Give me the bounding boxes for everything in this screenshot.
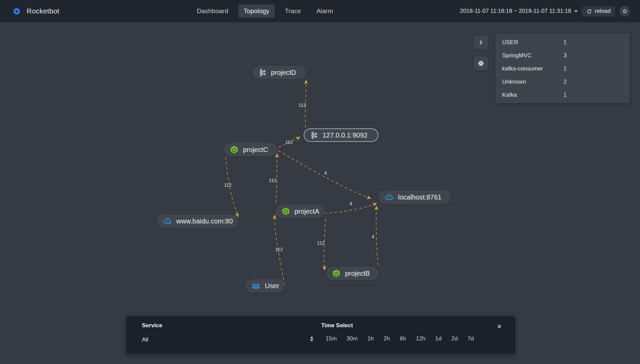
node-label: www.baidu.com:80 [176, 217, 233, 225]
settings-button[interactable] [474, 56, 488, 70]
legend-row-kafka: Kafka1 [495, 88, 630, 101]
node-label: projectC [243, 146, 268, 154]
node-projectB[interactable]: projectB [326, 267, 378, 280]
filter-panel: Service All Time Select 15m30m1h2h6h12h1… [126, 316, 515, 354]
node-projectA[interactable]: projectA [275, 205, 325, 218]
reload-button[interactable]: reload [582, 6, 615, 17]
time-option-30m[interactable]: 30m [346, 335, 358, 342]
legend-value: 1 [563, 39, 567, 46]
edge-projectA-to-projectB [324, 219, 326, 269]
cloud-icon: ? [385, 193, 394, 202]
legend-name: kafka-consumer [502, 65, 563, 72]
time-select-label: Time Select [321, 322, 474, 329]
spring-boot-icon [332, 269, 341, 278]
time-option-7d[interactable]: 7d [467, 335, 474, 342]
time-option-1d[interactable]: 1d [435, 335, 441, 342]
edge-label: 4 [349, 201, 352, 206]
time-option-2d[interactable]: 2d [451, 335, 458, 342]
brand: Rocketbot [13, 7, 59, 15]
nav-item-topology[interactable]: Topology [238, 4, 275, 18]
time-options-row: 15m30m1h2h6h12h1d2d7d [310, 335, 474, 342]
node-label: projectB [345, 270, 370, 277]
node-label: projectA [295, 208, 319, 215]
node-User[interactable]: User [245, 279, 284, 293]
edge-label: 112 [269, 178, 277, 183]
kafka-icon [310, 131, 318, 139]
time-option-12h[interactable]: 12h [416, 335, 425, 342]
power-icon [622, 8, 628, 14]
service-column: Service All [142, 322, 162, 343]
legend-value: 3 [563, 52, 567, 59]
service-label: Service [142, 322, 162, 329]
edge-label: 112 [275, 247, 283, 252]
kafka-icon [259, 69, 267, 77]
node-localhost[interactable]: ?localhost:8761 [378, 190, 451, 204]
time-option-1h[interactable]: 1h [367, 335, 374, 342]
node-projectC[interactable]: projectC [224, 143, 277, 156]
edge-projectC-to-localhost [278, 151, 370, 198]
service-select[interactable]: All [142, 336, 162, 343]
edge-projectC-to-kafka9092 [279, 138, 299, 147]
edge-projectA-to-localhost [324, 204, 376, 213]
time-range-picker[interactable]: 2018-11-07 11:16:18 ~ 2018-11-07 11:31:1… [460, 8, 578, 14]
time-option-15m[interactable]: 15m [326, 335, 337, 342]
rocketbot-logo-icon [13, 8, 20, 14]
gear-icon [477, 60, 485, 67]
node-label: projectD [271, 69, 296, 77]
legend-name: Kafka [502, 92, 563, 98]
chevron-right-icon [478, 39, 484, 46]
edge-label: 112 [317, 240, 325, 246]
edge-projectC-to-baidu [226, 157, 238, 216]
node-kafka9092[interactable]: 127.0.0.1:9092 [304, 128, 378, 142]
legend-row-user: USER1 [495, 36, 630, 49]
edge-label: 112 [285, 140, 293, 145]
legend-row-kafka-consumer: kafka-consumer1 [495, 62, 630, 75]
reload-icon [586, 8, 592, 14]
nav-item-trace[interactable]: Trace [279, 4, 306, 18]
edge-label: 112 [299, 102, 306, 108]
edge-label: 4 [372, 234, 374, 239]
top-nav: Rocketbot DashboardTopologyTraceAlarm 20… [0, 0, 640, 22]
sort-arrows-icon[interactable] [310, 336, 313, 341]
service-type-legend: USER1SpringMVC3kafka-consumer1Unknown2Ka… [495, 33, 630, 103]
collapse-panel-button[interactable] [474, 35, 488, 50]
time-range-text: 2018-11-07 11:16:18 ~ 2018-11-07 11:31:1… [460, 8, 571, 14]
time-option-6h[interactable]: 6h [400, 335, 406, 342]
svg-text:?: ? [166, 220, 168, 223]
legend-name: SpringMVC [502, 52, 563, 59]
edge-projectA-to-projectC [276, 154, 277, 203]
spring-boot-icon [281, 207, 290, 216]
cloud-icon: ? [163, 217, 172, 226]
edge-projectB-to-localhost [376, 207, 378, 265]
legend-value: 2 [563, 79, 567, 85]
node-label: localhost:8761 [398, 193, 441, 201]
legend-row-springmvc: SpringMVC3 [495, 49, 630, 62]
nav-item-dashboard[interactable]: Dashboard [191, 4, 234, 18]
power-button[interactable] [619, 6, 630, 17]
legend-row-unknown: Unknown2 [495, 75, 630, 88]
node-label: User [265, 282, 279, 290]
caret-down-icon [574, 10, 578, 12]
brand-name: Rocketbot [27, 7, 59, 15]
close-panel-button[interactable]: ✕ [497, 323, 502, 330]
legend-name: USER [502, 39, 563, 46]
nav-menu: DashboardTopologyTraceAlarm [191, 0, 339, 22]
node-projectD[interactable]: projectD [253, 66, 306, 79]
node-label: 127.0.0.1:9092 [323, 131, 367, 139]
time-select-column: Time Select 15m30m1h2h6h12h1d2d7d [310, 322, 474, 342]
edge-kafka9092-to-projectD [305, 81, 306, 127]
legend-value: 1 [563, 65, 567, 72]
legend-name: Unknown [502, 79, 563, 85]
edge-User-to-projectA [275, 216, 284, 285]
nav-item-alarm[interactable]: Alarm [311, 4, 339, 18]
user-group-icon [251, 281, 261, 291]
node-baidu[interactable]: ?www.baidu.com:80 [157, 214, 238, 228]
svg-text:?: ? [388, 196, 390, 199]
time-option-2h[interactable]: 2h [384, 335, 390, 342]
legend-value: 1 [563, 92, 567, 98]
spring-boot-icon [230, 145, 239, 154]
nav-right: 2018-11-07 11:16:18 ~ 2018-11-07 11:31:1… [460, 0, 630, 22]
reload-label: reload [595, 8, 611, 14]
edge-label: 112 [224, 182, 232, 188]
edge-label: 4 [324, 170, 327, 176]
